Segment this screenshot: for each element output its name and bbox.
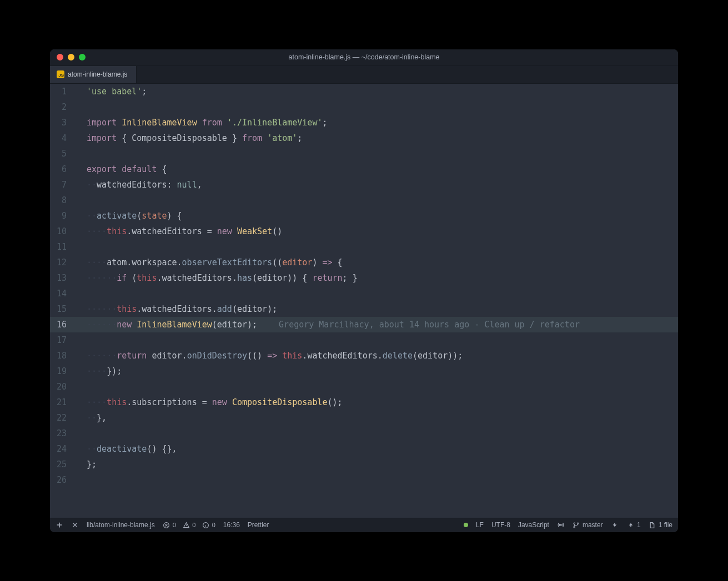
project-files[interactable]: 1 file (649, 521, 672, 529)
line-number[interactable]: 12 (50, 255, 83, 270)
tab-label: atom-inline-blame.js (68, 70, 127, 78)
line-number[interactable]: 13 (50, 270, 83, 286)
info-count: 0 (212, 522, 215, 528)
text-editor[interactable]: 1234567891011121314151617181920212223242… (50, 84, 678, 518)
code-line[interactable]: ······new InlineBlameView(editor);¬Grego… (83, 317, 678, 332)
code-line[interactable]: ····atom.workspace.observeTextEditors((e… (83, 255, 678, 270)
line-number[interactable]: 15 (50, 301, 83, 317)
error-count: 0 (173, 522, 176, 528)
close-icon (71, 521, 79, 529)
line-number[interactable]: 22 (50, 410, 83, 426)
file-path[interactable]: lib/atom-inline-blame.js (87, 521, 155, 529)
window-title: atom-inline-blame.js — ~/code/atom-inlin… (50, 53, 678, 61)
new-file-button[interactable] (56, 521, 63, 529)
line-number[interactable]: 2 (50, 99, 83, 115)
line-number[interactable]: 16 (50, 317, 83, 332)
line-number[interactable]: 19 (50, 363, 83, 379)
prettier-status[interactable]: Prettier (248, 521, 269, 529)
js-file-icon: JS (57, 70, 64, 78)
code-line[interactable]: ¬ (83, 99, 678, 115)
line-number-gutter: 1234567891011121314151617181920212223242… (50, 84, 83, 518)
file-tab[interactable]: JS atom-inline-blame.js (50, 66, 137, 83)
code-line[interactable]: import { CompositeDisposable } from 'ato… (83, 130, 678, 146)
file-icon (649, 521, 656, 529)
line-number[interactable]: 4 (50, 130, 83, 146)
line-number[interactable]: 26 (50, 472, 83, 488)
code-line[interactable]: ¬ (83, 426, 678, 441)
cursor-position[interactable]: 16:36 (223, 521, 240, 529)
line-number[interactable]: 25 (50, 457, 83, 472)
code-line[interactable]: 'use babel';¬ (83, 84, 678, 99)
line-number[interactable]: 10 (50, 224, 83, 239)
tab-bar: JS atom-inline-blame.js (50, 66, 678, 84)
line-number[interactable]: 24 (50, 441, 83, 457)
code-line[interactable]: ······if (this.watchedEditors.has(editor… (83, 270, 678, 286)
inline-blame-annotation: Gregory Marcilhacy, about 14 hours ago -… (279, 320, 580, 330)
svg-point-2 (560, 524, 561, 526)
plus-icon (56, 521, 63, 529)
warning-icon (182, 521, 190, 529)
code-line[interactable]: ··watchedEditors: null,¬ (83, 177, 678, 193)
code-area[interactable]: 'use babel';¬¬import InlineBlameView fro… (83, 84, 678, 518)
line-number[interactable]: 23 (50, 426, 83, 441)
code-line[interactable]: export default {¬ (83, 161, 678, 177)
code-line[interactable]: ····this.watchedEditors = new WeakSet()¬ (83, 224, 678, 239)
code-line[interactable]: ··},¬ (83, 410, 678, 426)
editor-window: atom-inline-blame.js — ~/code/atom-inlin… (50, 49, 678, 532)
code-line[interactable]: ¬ (83, 379, 678, 395)
line-number[interactable]: 6 (50, 161, 83, 177)
file-count: 1 file (659, 521, 672, 529)
code-line[interactable]: ¬ (83, 472, 678, 488)
line-number[interactable]: 7 (50, 177, 83, 193)
maximize-window-button[interactable] (79, 54, 86, 60)
line-number[interactable]: 5 (50, 146, 83, 161)
close-panel-button[interactable] (71, 521, 79, 529)
linter-ok-icon (464, 523, 468, 527)
code-line[interactable]: ····this.subscriptions = new CompositeDi… (83, 395, 678, 410)
code-line[interactable]: ¬ (83, 239, 678, 255)
code-line[interactable]: ¬ (83, 193, 678, 208)
svg-point-5 (578, 522, 579, 524)
minimize-window-button[interactable] (68, 54, 74, 60)
code-line[interactable]: ······return editor.onDidDestroy(() => t… (83, 348, 678, 363)
branch-name: master (583, 521, 603, 529)
close-window-button[interactable] (57, 54, 63, 60)
error-icon (163, 521, 170, 529)
line-number[interactable]: 20 (50, 379, 83, 395)
line-number[interactable]: 18 (50, 348, 83, 363)
line-number[interactable]: 14 (50, 286, 83, 301)
broadcast-icon[interactable] (557, 521, 565, 529)
line-number[interactable]: 21 (50, 395, 83, 410)
code-line[interactable]: ¬ (83, 146, 678, 161)
line-number[interactable]: 3 (50, 115, 83, 130)
arrow-down-icon (611, 521, 619, 529)
line-number[interactable]: 8 (50, 193, 83, 208)
grammar-selector[interactable]: JavaScript (518, 521, 549, 529)
code-line[interactable]: ¬ (83, 332, 678, 348)
code-line[interactable]: ····});¬ (83, 363, 678, 379)
svg-point-4 (574, 526, 575, 528)
diagnostics[interactable]: 0 0 0 (163, 521, 215, 529)
code-line[interactable]: ¬ (83, 286, 678, 301)
encoding-selector[interactable]: UTF-8 (491, 521, 510, 529)
traffic-lights (57, 54, 86, 60)
code-line[interactable]: ······this.watchedEditors.add(editor);¬ (83, 301, 678, 317)
code-line[interactable]: ··activate(state) {¬ (83, 208, 678, 224)
code-line[interactable]: };¬ (83, 457, 678, 472)
status-bar: lib/atom-inline-blame.js 0 0 0 16:36 Pre… (50, 518, 678, 532)
git-ahead-count: 1 (637, 521, 641, 529)
code-line[interactable]: ··deactivate() {},¬ (83, 441, 678, 457)
line-number[interactable]: 17 (50, 332, 83, 348)
warning-count: 0 (192, 522, 195, 528)
line-ending-selector[interactable]: LF (476, 521, 484, 529)
arrow-up-icon (627, 521, 635, 529)
line-number[interactable]: 1 (50, 84, 83, 99)
line-number[interactable]: 9 (50, 208, 83, 224)
git-branch[interactable]: master (573, 521, 603, 529)
line-number[interactable]: 11 (50, 239, 83, 255)
git-branch-icon (573, 521, 580, 529)
git-ahead-behind[interactable]: 1 (611, 521, 641, 529)
info-icon (202, 521, 210, 529)
titlebar: atom-inline-blame.js — ~/code/atom-inlin… (50, 49, 678, 66)
code-line[interactable]: import InlineBlameView from './InlineBla… (83, 115, 678, 130)
